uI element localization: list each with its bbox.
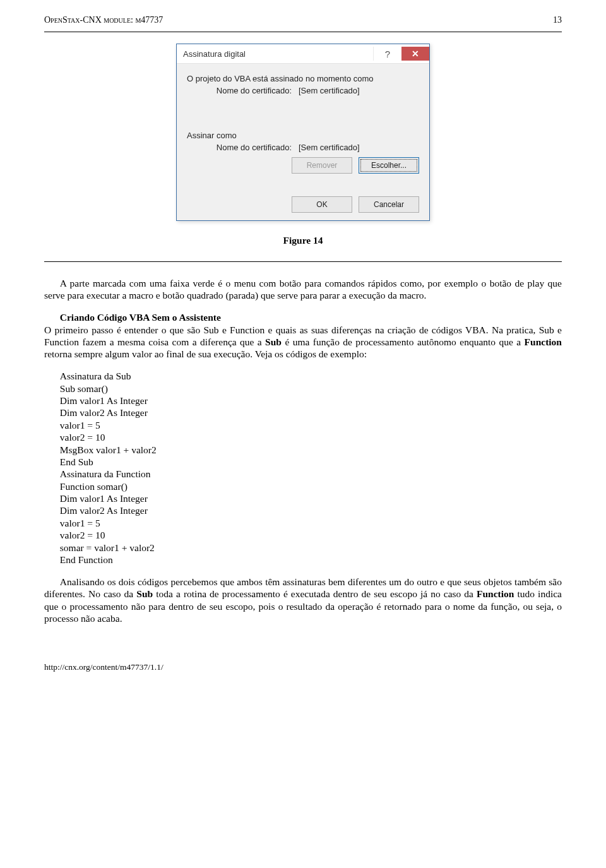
sub-bold-2: Sub	[136, 588, 153, 599]
section-heading: Criando Código VBA Sem o Assistente	[60, 312, 221, 323]
code-func-l2: Dim valor1 As Integer	[44, 492, 562, 504]
choose-button[interactable]: Escolher...	[359, 157, 419, 174]
dialog-titlebar: Assinatura digital ? ✕	[177, 44, 429, 64]
dialog-title: Assinatura digital	[177, 49, 373, 59]
paragraph-3: Analisando os dois códigos percebemos qu…	[44, 576, 562, 625]
sign-as-section: Assinar como Nome do certificado: [Sem c…	[184, 131, 422, 174]
footer-url: http://cnx.org/content/m47737/1.1/	[44, 662, 163, 672]
code-sub-l1: Sub somar()	[44, 383, 562, 395]
figure-bottom-rule	[44, 261, 562, 262]
function-bold-2: Function	[477, 588, 514, 599]
figure-top-rule	[44, 32, 562, 32]
page-number: 13	[553, 15, 562, 25]
cert-label: Nome do certificado:	[217, 86, 292, 95]
current-signature-section: O projeto do VBA está assinado no moment…	[184, 74, 422, 95]
function-bold: Function	[525, 336, 562, 347]
code-func-l4: valor1 = 5	[44, 517, 562, 529]
ok-cancel-row: OK Cancelar	[184, 196, 422, 213]
code-sub-l7: End Sub	[44, 456, 562, 468]
ok-button[interactable]: OK	[292, 196, 352, 213]
cancel-button[interactable]: Cancelar	[359, 196, 419, 213]
sign-as-caption: Assinar como	[184, 131, 422, 140]
code-func-l7: End Function	[44, 554, 562, 566]
help-icon[interactable]: ?	[373, 47, 401, 61]
code-func-l3: Dim valor2 As Integer	[44, 504, 562, 516]
code-func-l5: valor2 = 10	[44, 529, 562, 541]
page-footer: http://cnx.org/content/m47737/1.1/	[44, 662, 562, 672]
paragraph-2: Criando Código VBA Sem o Assistente O pr…	[44, 311, 562, 360]
dialog-body: O projeto do VBA está assinado no moment…	[177, 64, 429, 220]
code-sub-l3: Dim valor2 As Integer	[44, 407, 562, 419]
figure-label: Figure 14	[283, 235, 323, 246]
code-func-l6: somar = valor1 + valor2	[44, 542, 562, 554]
close-icon[interactable]: ✕	[401, 47, 429, 61]
code-sub-l6: MsgBox valor1 + valor2	[44, 444, 562, 456]
sign-as-cert-value: [Sem certificado]	[299, 143, 360, 152]
p2-part-c: retorna sempre algum valor ao final de s…	[44, 348, 367, 359]
current-cert-value: [Sem certificado]	[299, 86, 360, 95]
p2-part-b: é uma função de processamento autônomo e…	[282, 336, 525, 347]
page-header: OpenStax-CNX module: m47737 13	[44, 15, 562, 25]
code-sub-l4: valor1 = 5	[44, 419, 562, 431]
code-block-sub-title: Assinatura da Sub	[44, 370, 562, 382]
code-sub-l5: valor2 = 10	[44, 431, 562, 443]
figure-image: Assinatura digital ? ✕ O projeto do VBA …	[44, 44, 562, 246]
paragraph-1: A parte marcada com uma faixa verde é o …	[44, 277, 562, 302]
current-cert-row: Nome do certificado: [Sem certificado]	[184, 86, 422, 95]
sign-as-cert-row: Nome do certificado: [Sem certificado]	[184, 143, 422, 152]
cert-label: Nome do certificado:	[217, 143, 292, 152]
figure-caption: Figure 14	[44, 235, 562, 246]
p3-part-b: toda a rotina de processamento é executa…	[153, 588, 477, 599]
body-text: A parte marcada com uma faixa verde é o …	[44, 277, 562, 624]
sub-bold: Sub	[265, 336, 282, 347]
signed-as-caption: O projeto do VBA está assinado no moment…	[184, 74, 422, 83]
choose-remove-row: Remover Escolher...	[184, 157, 422, 174]
digital-signature-dialog: Assinatura digital ? ✕ O projeto do VBA …	[176, 44, 430, 221]
module-id: OpenStax-CNX module: m47737	[44, 15, 163, 25]
code-sub-l2: Dim valor1 As Integer	[44, 395, 562, 407]
remove-button[interactable]: Remover	[292, 157, 352, 174]
code-block-func-title: Assinatura da Function	[44, 468, 562, 480]
code-func-l1: Function somar()	[44, 480, 562, 492]
